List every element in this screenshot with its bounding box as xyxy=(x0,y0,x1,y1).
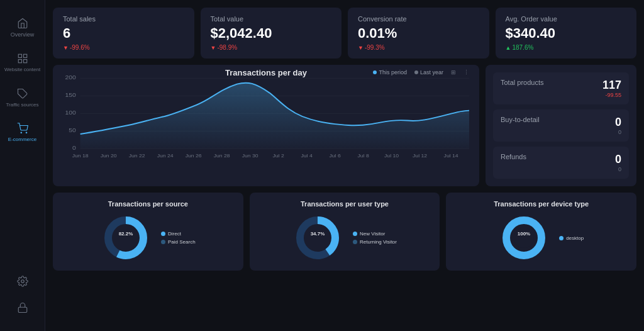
lock-icon xyxy=(17,302,28,313)
svg-text:Jul 14: Jul 14 xyxy=(444,154,459,159)
svg-text:Jul 12: Jul 12 xyxy=(413,154,427,159)
donut-user-content: 34.7% New Visitor Returning Visitor xyxy=(260,213,430,263)
stat-total-products: Total products 117 -99.55 xyxy=(493,72,629,104)
metric-conversion-value: 0.01% xyxy=(358,25,479,42)
home-icon xyxy=(17,18,28,29)
legend-desktop: desktop xyxy=(559,235,584,241)
metric-total-sales: Total sales 6 ▼ -99.6% xyxy=(53,8,194,59)
legend-direct-label: Direct xyxy=(168,231,181,237)
top-metric-cards: Total sales 6 ▼ -99.6% Total value $2,04… xyxy=(53,8,636,59)
donut-device-content: 100% desktop xyxy=(456,213,626,263)
metric-conversion-rate: Conversion rate 0.01% ▼ -99.3% xyxy=(348,8,489,59)
svg-text:Jul 4: Jul 4 xyxy=(301,154,313,159)
donut-source-legend: Direct Paid Search xyxy=(161,231,196,245)
metric-total-value: Total value $2,042.40 ▼ -98.9% xyxy=(201,8,342,59)
legend-returning-visitor: Returning Visitor xyxy=(353,239,397,245)
legend-paid-dot xyxy=(161,240,165,244)
svg-text:Jun 30: Jun 30 xyxy=(242,154,259,159)
metric-total-sales-label: Total sales xyxy=(63,15,184,23)
grid-icon xyxy=(17,53,28,64)
stat-total-products-change: -99.55 xyxy=(605,92,621,98)
svg-text:0: 0 xyxy=(72,145,76,151)
gear-icon xyxy=(17,276,28,287)
cart-icon xyxy=(17,123,28,134)
metric-avg-order-label: Avg. Order value xyxy=(506,15,627,23)
sidebar-item-settings[interactable] xyxy=(14,268,31,295)
sidebar: Overview Website content Traffic sources… xyxy=(0,0,45,331)
down-arrow-icon: ▼ xyxy=(63,45,69,51)
donut-device-title: Transactions per device type xyxy=(456,200,626,208)
metric-avg-order: Avg. Order value $340.40 ▲ 187.6% xyxy=(496,8,637,59)
sidebar-item-overview[interactable]: Overview xyxy=(0,10,45,45)
svg-text:Jul 10: Jul 10 xyxy=(384,154,399,159)
sidebar-label-website: Website content xyxy=(4,67,40,73)
legend-new-visitor-label: New Visitor xyxy=(360,231,385,237)
legend-paid-search: Paid Search xyxy=(161,239,196,245)
metric-total-value-value: $2,042.40 xyxy=(211,25,332,42)
main-content: Total sales 6 ▼ -99.6% Total value $2,04… xyxy=(45,0,644,331)
sidebar-item-traffic[interactable]: Traffic sources xyxy=(0,81,45,116)
stat-buy-to-detail-value: 0 xyxy=(615,116,621,129)
donut-user-title: Transactions per user type xyxy=(260,200,430,208)
svg-text:34.7%: 34.7% xyxy=(311,231,325,237)
stat-refunds-value: 0 xyxy=(615,153,621,166)
stat-buy-to-detail-right: 0 0 xyxy=(615,116,621,135)
donut-transactions-user: Transactions per user type 34.7% New Vis… xyxy=(250,193,440,271)
bottom-donut-charts: Transactions per source 82.2% Direct xyxy=(53,193,636,271)
metric-total-sales-change: ▼ -99.6% xyxy=(63,44,184,51)
sidebar-item-website[interactable]: Website content xyxy=(0,45,45,81)
donut-source-title: Transactions per source xyxy=(63,200,233,208)
metric-conversion-label: Conversion rate xyxy=(358,15,479,23)
svg-text:82.2%: 82.2% xyxy=(119,231,133,237)
donut-transactions-device: Transactions per device type 100% deskto… xyxy=(446,193,636,271)
svg-text:50: 50 xyxy=(69,127,76,133)
svg-rect-3 xyxy=(23,60,26,63)
right-stats-panel: Total products 117 -99.55 Buy-to-detail … xyxy=(486,65,636,186)
svg-text:150: 150 xyxy=(65,92,75,98)
tag-icon xyxy=(17,88,28,99)
metric-avg-order-value: $340.40 xyxy=(506,25,627,42)
svg-rect-0 xyxy=(18,54,21,57)
sidebar-item-lock[interactable] xyxy=(14,295,31,321)
legend-new-visitor: New Visitor xyxy=(353,231,397,237)
donut-device-svg: 100% xyxy=(499,213,549,263)
svg-text:Jul 8: Jul 8 xyxy=(357,154,369,159)
svg-text:200: 200 xyxy=(65,74,75,81)
legend-direct: Direct xyxy=(161,231,196,237)
donut-device-legend: desktop xyxy=(559,235,584,241)
legend-returning-label: Returning Visitor xyxy=(360,239,397,245)
chart-svg-container: 200 150 100 50 0 xyxy=(63,72,469,160)
svg-text:Jun 24: Jun 24 xyxy=(157,154,174,159)
metric-total-value-change: ▼ -98.9% xyxy=(211,44,332,51)
svg-text:Jul 2: Jul 2 xyxy=(272,154,284,159)
svg-rect-8 xyxy=(18,307,27,312)
legend-desktop-dot xyxy=(559,236,564,240)
svg-text:Jun 26: Jun 26 xyxy=(186,154,203,159)
stat-buy-to-detail-change: 0 xyxy=(618,129,621,135)
down-arrow-icon: ▼ xyxy=(211,45,216,51)
stat-total-products-right: 117 -99.55 xyxy=(602,79,621,98)
donut-user-legend: New Visitor Returning Visitor xyxy=(353,231,397,245)
donut-source-content: 82.2% Direct Paid Search xyxy=(63,213,233,263)
svg-text:Jun 22: Jun 22 xyxy=(129,154,145,159)
svg-point-5 xyxy=(21,132,22,133)
down-arrow-icon: ▼ xyxy=(358,45,364,51)
legend-new-visitor-dot xyxy=(353,232,357,236)
metric-avg-order-change: ▲ 187.6% xyxy=(506,44,627,51)
svg-text:Jun 28: Jun 28 xyxy=(214,154,231,159)
svg-text:Jun 20: Jun 20 xyxy=(101,154,118,159)
svg-rect-2 xyxy=(18,60,21,63)
up-arrow-icon: ▲ xyxy=(506,45,511,51)
legend-direct-dot xyxy=(161,232,165,236)
middle-section: Transactions per day This period Last ye… xyxy=(53,65,636,186)
stat-refunds-right: 0 0 xyxy=(615,153,621,172)
svg-point-6 xyxy=(26,132,27,133)
legend-paid-label: Paid Search xyxy=(168,239,196,245)
stat-total-products-label: Total products xyxy=(501,79,543,86)
donut-source-svg: 82.2% xyxy=(101,213,151,263)
sidebar-item-ecommerce[interactable]: E-commerce xyxy=(0,115,45,150)
donut-transactions-source: Transactions per source 82.2% Direct xyxy=(53,193,243,271)
metric-conversion-change: ▼ -99.3% xyxy=(358,44,479,51)
chart-svg: 200 150 100 50 0 xyxy=(63,72,469,160)
svg-text:Jun 18: Jun 18 xyxy=(72,154,89,159)
